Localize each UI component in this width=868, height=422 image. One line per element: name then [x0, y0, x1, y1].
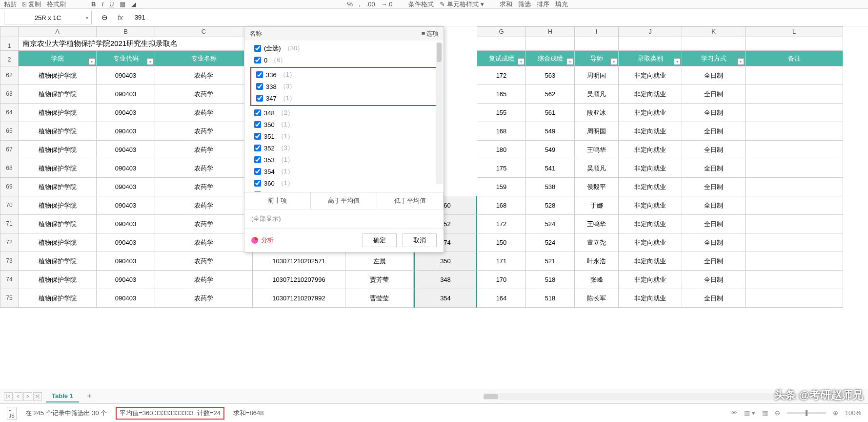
- cell[interactable]: 090403: [97, 159, 155, 178]
- zoom-icon[interactable]: ⊖: [101, 13, 108, 22]
- zoom-slider[interactable]: [787, 412, 826, 414]
- cell[interactable]: [746, 252, 843, 271]
- cell[interactable]: 农药学: [155, 271, 253, 289]
- col-header-a[interactable]: A: [19, 26, 97, 37]
- cell[interactable]: 叶永浩: [575, 252, 619, 271]
- col-header-i[interactable]: I: [575, 26, 619, 37]
- cell[interactable]: 陈长军: [575, 289, 619, 308]
- filter-icon[interactable]: ▾: [674, 58, 681, 65]
- italic-button[interactable]: I: [101, 0, 103, 8]
- cell[interactable]: 全日制: [682, 215, 746, 233]
- cell[interactable]: 090403: [97, 289, 155, 308]
- cell[interactable]: 非定向就业: [619, 233, 682, 252]
- cell[interactable]: 524: [526, 215, 575, 233]
- filter-options[interactable]: ≡ 选项: [422, 29, 439, 38]
- header-college[interactable]: 学院▾: [19, 51, 97, 66]
- fill-button[interactable]: 填充: [555, 0, 568, 9]
- header-total-score[interactable]: 综合成绩▾: [526, 51, 575, 66]
- cell[interactable]: 侯毅平: [575, 178, 619, 196]
- cell[interactable]: 非定向就业: [619, 122, 682, 141]
- cell[interactable]: 贾芳莹: [345, 271, 414, 289]
- row-header-1[interactable]: 1: [0, 37, 19, 51]
- row-header[interactable]: 69: [0, 178, 19, 196]
- tab-last[interactable]: >|: [33, 392, 42, 401]
- header-major-code[interactable]: 专业代码▾: [97, 51, 155, 66]
- checkbox[interactable]: [254, 145, 261, 151]
- cell[interactable]: 090403: [97, 141, 155, 159]
- cell[interactable]: 155: [477, 104, 526, 122]
- row-header[interactable]: 68: [0, 159, 19, 178]
- cancel-button[interactable]: 取消: [403, 233, 437, 247]
- cell[interactable]: 全日制: [682, 178, 746, 196]
- cell[interactable]: 全日制: [682, 233, 746, 252]
- filter-item[interactable]: 351（1）: [250, 130, 438, 142]
- checkbox[interactable]: [254, 168, 261, 175]
- cell[interactable]: 植物保护学院: [19, 104, 97, 122]
- checkbox[interactable]: [254, 180, 261, 187]
- cell[interactable]: 非定向就业: [619, 271, 682, 289]
- js-icon[interactable]: ⌐JS: [7, 407, 17, 420]
- cell[interactable]: 植物保护学院: [19, 178, 97, 196]
- cell[interactable]: 549: [526, 141, 575, 159]
- filter-item[interactable]: 347（1）: [252, 92, 436, 104]
- cell[interactable]: 562: [526, 85, 575, 104]
- checkbox[interactable]: [254, 191, 261, 192]
- cell[interactable]: 全日制: [682, 85, 746, 104]
- cell[interactable]: 农药学: [155, 196, 253, 215]
- row-header[interactable]: 73: [0, 252, 19, 271]
- zoom-level[interactable]: 100%: [845, 409, 861, 417]
- cell[interactable]: 周明国: [575, 66, 619, 85]
- checkbox[interactable]: [254, 57, 261, 63]
- cell[interactable]: 549: [526, 122, 575, 141]
- cell[interactable]: 农药学: [155, 289, 253, 308]
- paste-button[interactable]: 粘贴: [4, 0, 17, 9]
- cell[interactable]: 090403: [97, 85, 155, 104]
- cell[interactable]: 植物保护学院: [19, 289, 97, 308]
- cell[interactable]: 植物保护学院: [19, 141, 97, 159]
- cell[interactable]: 090403: [97, 104, 155, 122]
- cell[interactable]: 农药学: [155, 122, 253, 141]
- cell[interactable]: 王鸣华: [575, 215, 619, 233]
- cell[interactable]: [746, 196, 843, 215]
- cell[interactable]: 172: [477, 215, 526, 233]
- filter-icon[interactable]: ▾: [610, 58, 617, 65]
- checkbox[interactable]: [256, 95, 263, 102]
- cell[interactable]: 090403: [97, 233, 155, 252]
- cell[interactable]: 159: [477, 178, 526, 196]
- underline-button[interactable]: U: [109, 0, 114, 8]
- filter-select-all[interactable]: (全选)（30）: [250, 42, 438, 54]
- cell[interactable]: [746, 215, 843, 233]
- cell[interactable]: 103071210207992: [253, 289, 345, 308]
- cell[interactable]: 全日制: [682, 141, 746, 159]
- above-avg-button[interactable]: 高于平均值: [311, 192, 377, 209]
- cell[interactable]: 农药学: [155, 159, 253, 178]
- cell[interactable]: 354: [414, 289, 477, 308]
- cell[interactable]: 农药学: [155, 178, 253, 196]
- cell[interactable]: 103071210202571: [253, 252, 345, 271]
- cell[interactable]: 348: [414, 271, 477, 289]
- cell[interactable]: 全日制: [682, 252, 746, 271]
- header-study-mode[interactable]: 学习方式▾: [682, 51, 746, 66]
- cell[interactable]: 175: [477, 159, 526, 178]
- filter-item[interactable]: 338（3）: [252, 81, 436, 92]
- cell[interactable]: 103071210207996: [253, 271, 345, 289]
- header-advisor[interactable]: 导师▾: [575, 51, 619, 66]
- decimal-dec-button[interactable]: →.0: [381, 0, 393, 8]
- tab-next[interactable]: >: [23, 392, 32, 401]
- checkbox[interactable]: [256, 71, 263, 78]
- filter-item[interactable]: 336（1）: [252, 69, 436, 81]
- cell[interactable]: 农药学: [155, 215, 253, 233]
- cell[interactable]: 171: [477, 252, 526, 271]
- tab-prev[interactable]: <: [14, 392, 22, 401]
- sheet-tab-active[interactable]: Table 1: [46, 390, 79, 402]
- cell[interactable]: 090403: [97, 271, 155, 289]
- cell[interactable]: 350: [414, 252, 477, 271]
- cell[interactable]: 168: [477, 122, 526, 141]
- cell[interactable]: 非定向就业: [619, 252, 682, 271]
- filter-list[interactable]: (全选)（30） 0（6）336（1）338（3）347（1）348（2）350…: [244, 41, 444, 192]
- header-remark[interactable]: 备注: [746, 51, 843, 66]
- cell[interactable]: 全日制: [682, 104, 746, 122]
- col-header-j[interactable]: J: [619, 26, 682, 37]
- filter-item[interactable]: 366（1）: [250, 189, 438, 192]
- checkbox[interactable]: [254, 133, 261, 140]
